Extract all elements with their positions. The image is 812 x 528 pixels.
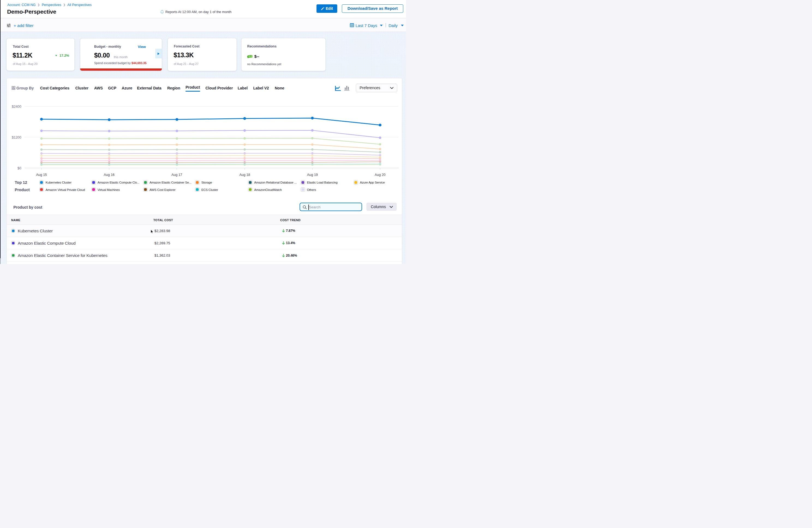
- svg-text:Aug 17: Aug 17: [171, 173, 182, 177]
- svg-text:Aug 18: Aug 18: [239, 173, 250, 177]
- svg-text:Aug 19: Aug 19: [307, 173, 318, 177]
- svg-text:$2400: $2400: [12, 105, 21, 108]
- svg-text:Aug 20: Aug 20: [375, 173, 386, 177]
- svg-text:$1200: $1200: [12, 135, 21, 140]
- svg-text:Aug 15: Aug 15: [36, 173, 47, 177]
- svg-text:Aug 16: Aug 16: [104, 173, 115, 177]
- svg-text:$0: $0: [17, 166, 21, 170]
